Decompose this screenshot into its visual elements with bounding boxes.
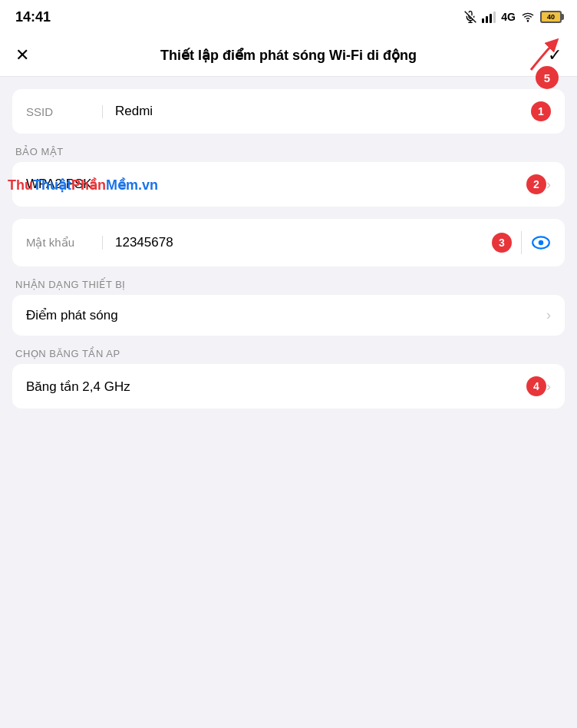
- device-chevron: ›: [546, 307, 551, 323]
- content-area: SSID Redmi 1 BẢO MẬT WPA2 PSK 2 › Mật kh…: [0, 77, 577, 433]
- arrow-icon: [523, 35, 562, 74]
- signal-icon: [481, 11, 496, 23]
- eye-icon[interactable]: [531, 235, 551, 250]
- security-chevron: ›: [546, 177, 551, 193]
- badge-4: 4: [526, 376, 546, 396]
- ssid-value: Redmi: [115, 104, 525, 119]
- status-bar: 14:41 4G 40: [0, 0, 577, 34]
- annotation-5: 5: [536, 66, 559, 89]
- band-value: Băng tần 2,4 GHz: [26, 379, 520, 395]
- divider: [521, 231, 522, 254]
- password-card: Mật khẩu 12345678 3: [12, 219, 565, 266]
- password-row[interactable]: Mật khẩu 12345678 3: [12, 219, 565, 266]
- device-row[interactable]: Điểm phát sóng ›: [12, 295, 565, 336]
- device-section-label: NHẬN DẠNG THIẾT BỊ: [15, 279, 562, 290]
- ssid-row[interactable]: SSID Redmi 1: [12, 89, 565, 134]
- password-label: Mật khẩu: [26, 236, 103, 250]
- ssid-card: SSID Redmi 1: [12, 89, 565, 134]
- password-value: 12345678: [115, 235, 486, 250]
- page-title: Thiết lập điểm phát sóng Wi-Fi di động: [43, 47, 534, 64]
- mute-icon: [464, 11, 476, 23]
- badge-2: 2: [526, 174, 546, 194]
- device-value: Điểm phát sóng: [26, 307, 546, 323]
- header: ✕ Thiết lập điểm phát sóng Wi-Fi di động…: [0, 34, 577, 77]
- watermark: ThuThuậtPhầnMềm.vn: [8, 177, 158, 194]
- svg-point-10: [539, 240, 544, 246]
- svg-rect-6: [493, 12, 496, 23]
- svg-rect-5: [490, 14, 492, 23]
- badge-3: 3: [492, 233, 512, 253]
- badge-1: 1: [531, 101, 551, 121]
- status-icons: 4G 40: [464, 11, 562, 23]
- svg-rect-3: [482, 18, 484, 23]
- band-section-label: CHỌN BĂNG TẦN AP: [15, 348, 562, 359]
- svg-rect-4: [486, 16, 488, 23]
- ssid-label: SSID: [26, 105, 103, 118]
- band-row[interactable]: Băng tần 2,4 GHz 4 ›: [12, 364, 565, 409]
- status-time: 14:41: [15, 9, 51, 25]
- network-type: 4G: [501, 11, 516, 23]
- security-section-label: BẢO MẬT: [15, 146, 562, 157]
- band-chevron: ›: [546, 379, 551, 395]
- device-card: Điểm phát sóng ›: [12, 295, 565, 336]
- svg-point-7: [527, 21, 528, 22]
- battery-icon: 40: [540, 11, 562, 23]
- wifi-icon: [520, 11, 536, 23]
- band-card: Băng tần 2,4 GHz 4 ›: [12, 364, 565, 409]
- close-button[interactable]: ✕: [15, 45, 43, 65]
